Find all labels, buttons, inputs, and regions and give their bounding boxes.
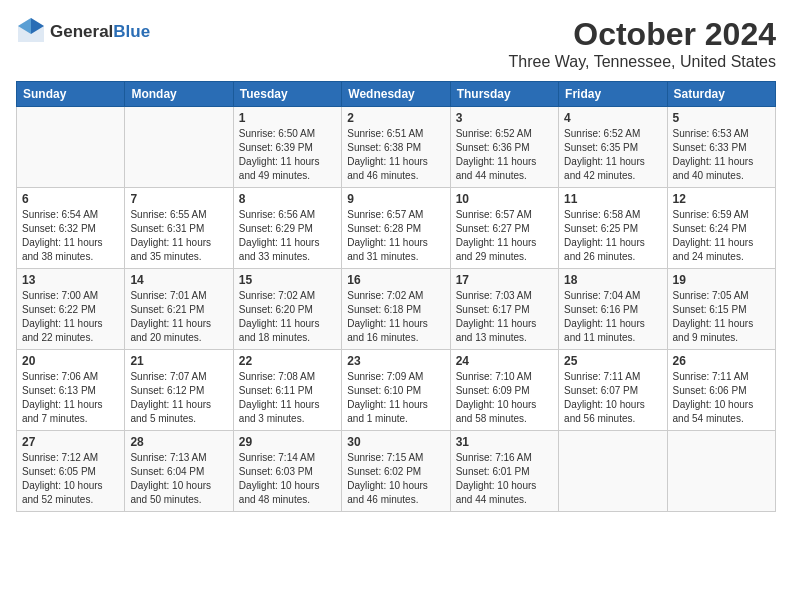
day-number: 11 <box>564 192 661 206</box>
calendar-cell <box>17 107 125 188</box>
calendar-table: SundayMondayTuesdayWednesdayThursdayFrid… <box>16 81 776 512</box>
calendar-cell: 26Sunrise: 7:11 AMSunset: 6:06 PMDayligh… <box>667 350 775 431</box>
calendar-week-row: 20Sunrise: 7:06 AMSunset: 6:13 PMDayligh… <box>17 350 776 431</box>
day-number: 9 <box>347 192 444 206</box>
day-info: Sunrise: 7:16 AMSunset: 6:01 PMDaylight:… <box>456 451 553 507</box>
calendar-cell: 20Sunrise: 7:06 AMSunset: 6:13 PMDayligh… <box>17 350 125 431</box>
day-number: 13 <box>22 273 119 287</box>
calendar-cell: 7Sunrise: 6:55 AMSunset: 6:31 PMDaylight… <box>125 188 233 269</box>
day-number: 22 <box>239 354 336 368</box>
day-info: Sunrise: 6:55 AMSunset: 6:31 PMDaylight:… <box>130 208 227 264</box>
calendar-cell: 17Sunrise: 7:03 AMSunset: 6:17 PMDayligh… <box>450 269 558 350</box>
calendar-cell: 3Sunrise: 6:52 AMSunset: 6:36 PMDaylight… <box>450 107 558 188</box>
day-info: Sunrise: 7:05 AMSunset: 6:15 PMDaylight:… <box>673 289 770 345</box>
day-info: Sunrise: 7:04 AMSunset: 6:16 PMDaylight:… <box>564 289 661 345</box>
day-info: Sunrise: 6:52 AMSunset: 6:36 PMDaylight:… <box>456 127 553 183</box>
day-number: 25 <box>564 354 661 368</box>
logo: GeneralBlue <box>16 16 150 48</box>
day-info: Sunrise: 7:07 AMSunset: 6:12 PMDaylight:… <box>130 370 227 426</box>
day-info: Sunrise: 6:53 AMSunset: 6:33 PMDaylight:… <box>673 127 770 183</box>
day-number: 28 <box>130 435 227 449</box>
calendar-cell: 21Sunrise: 7:07 AMSunset: 6:12 PMDayligh… <box>125 350 233 431</box>
calendar-cell <box>667 431 775 512</box>
day-number: 5 <box>673 111 770 125</box>
calendar-cell: 24Sunrise: 7:10 AMSunset: 6:09 PMDayligh… <box>450 350 558 431</box>
calendar-week-row: 6Sunrise: 6:54 AMSunset: 6:32 PMDaylight… <box>17 188 776 269</box>
day-info: Sunrise: 7:15 AMSunset: 6:02 PMDaylight:… <box>347 451 444 507</box>
day-info: Sunrise: 6:52 AMSunset: 6:35 PMDaylight:… <box>564 127 661 183</box>
calendar-cell: 30Sunrise: 7:15 AMSunset: 6:02 PMDayligh… <box>342 431 450 512</box>
day-number: 7 <box>130 192 227 206</box>
calendar-cell: 2Sunrise: 6:51 AMSunset: 6:38 PMDaylight… <box>342 107 450 188</box>
calendar-cell: 13Sunrise: 7:00 AMSunset: 6:22 PMDayligh… <box>17 269 125 350</box>
calendar-cell: 14Sunrise: 7:01 AMSunset: 6:21 PMDayligh… <box>125 269 233 350</box>
day-info: Sunrise: 7:02 AMSunset: 6:18 PMDaylight:… <box>347 289 444 345</box>
calendar-header-row: SundayMondayTuesdayWednesdayThursdayFrid… <box>17 82 776 107</box>
page-header: GeneralBlue October 2024 Three Way, Tenn… <box>16 16 776 71</box>
day-number: 18 <box>564 273 661 287</box>
calendar-cell: 19Sunrise: 7:05 AMSunset: 6:15 PMDayligh… <box>667 269 775 350</box>
day-info: Sunrise: 6:54 AMSunset: 6:32 PMDaylight:… <box>22 208 119 264</box>
day-info: Sunrise: 6:56 AMSunset: 6:29 PMDaylight:… <box>239 208 336 264</box>
column-header-saturday: Saturday <box>667 82 775 107</box>
day-number: 12 <box>673 192 770 206</box>
calendar-cell: 8Sunrise: 6:56 AMSunset: 6:29 PMDaylight… <box>233 188 341 269</box>
day-info: Sunrise: 7:14 AMSunset: 6:03 PMDaylight:… <box>239 451 336 507</box>
logo-general: General <box>50 22 113 41</box>
day-number: 21 <box>130 354 227 368</box>
day-info: Sunrise: 7:11 AMSunset: 6:06 PMDaylight:… <box>673 370 770 426</box>
day-info: Sunrise: 6:57 AMSunset: 6:27 PMDaylight:… <box>456 208 553 264</box>
day-number: 23 <box>347 354 444 368</box>
calendar-week-row: 27Sunrise: 7:12 AMSunset: 6:05 PMDayligh… <box>17 431 776 512</box>
calendar-cell: 5Sunrise: 6:53 AMSunset: 6:33 PMDaylight… <box>667 107 775 188</box>
day-number: 19 <box>673 273 770 287</box>
day-info: Sunrise: 6:58 AMSunset: 6:25 PMDaylight:… <box>564 208 661 264</box>
calendar-cell: 18Sunrise: 7:04 AMSunset: 6:16 PMDayligh… <box>559 269 667 350</box>
day-number: 27 <box>22 435 119 449</box>
calendar-cell: 11Sunrise: 6:58 AMSunset: 6:25 PMDayligh… <box>559 188 667 269</box>
calendar-cell: 27Sunrise: 7:12 AMSunset: 6:05 PMDayligh… <box>17 431 125 512</box>
day-info: Sunrise: 7:03 AMSunset: 6:17 PMDaylight:… <box>456 289 553 345</box>
day-number: 24 <box>456 354 553 368</box>
column-header-thursday: Thursday <box>450 82 558 107</box>
day-number: 8 <box>239 192 336 206</box>
day-number: 29 <box>239 435 336 449</box>
calendar-cell: 22Sunrise: 7:08 AMSunset: 6:11 PMDayligh… <box>233 350 341 431</box>
day-number: 3 <box>456 111 553 125</box>
calendar-cell: 29Sunrise: 7:14 AMSunset: 6:03 PMDayligh… <box>233 431 341 512</box>
calendar-cell: 6Sunrise: 6:54 AMSunset: 6:32 PMDaylight… <box>17 188 125 269</box>
calendar-cell: 4Sunrise: 6:52 AMSunset: 6:35 PMDaylight… <box>559 107 667 188</box>
day-number: 14 <box>130 273 227 287</box>
day-info: Sunrise: 7:01 AMSunset: 6:21 PMDaylight:… <box>130 289 227 345</box>
calendar-cell <box>559 431 667 512</box>
day-info: Sunrise: 7:12 AMSunset: 6:05 PMDaylight:… <box>22 451 119 507</box>
day-number: 15 <box>239 273 336 287</box>
calendar-cell: 23Sunrise: 7:09 AMSunset: 6:10 PMDayligh… <box>342 350 450 431</box>
month-title: October 2024 <box>509 16 776 53</box>
day-number: 30 <box>347 435 444 449</box>
day-info: Sunrise: 7:10 AMSunset: 6:09 PMDaylight:… <box>456 370 553 426</box>
calendar-cell <box>125 107 233 188</box>
day-info: Sunrise: 6:50 AMSunset: 6:39 PMDaylight:… <box>239 127 336 183</box>
day-info: Sunrise: 7:08 AMSunset: 6:11 PMDaylight:… <box>239 370 336 426</box>
column-header-sunday: Sunday <box>17 82 125 107</box>
day-number: 1 <box>239 111 336 125</box>
day-number: 17 <box>456 273 553 287</box>
day-info: Sunrise: 6:59 AMSunset: 6:24 PMDaylight:… <box>673 208 770 264</box>
day-info: Sunrise: 6:51 AMSunset: 6:38 PMDaylight:… <box>347 127 444 183</box>
location-title: Three Way, Tennessee, United States <box>509 53 776 71</box>
calendar-cell: 15Sunrise: 7:02 AMSunset: 6:20 PMDayligh… <box>233 269 341 350</box>
calendar-cell: 31Sunrise: 7:16 AMSunset: 6:01 PMDayligh… <box>450 431 558 512</box>
day-info: Sunrise: 7:02 AMSunset: 6:20 PMDaylight:… <box>239 289 336 345</box>
calendar-cell: 12Sunrise: 6:59 AMSunset: 6:24 PMDayligh… <box>667 188 775 269</box>
logo-icon <box>16 16 46 44</box>
title-block: October 2024 Three Way, Tennessee, Unite… <box>509 16 776 71</box>
calendar-cell: 9Sunrise: 6:57 AMSunset: 6:28 PMDaylight… <box>342 188 450 269</box>
day-info: Sunrise: 7:11 AMSunset: 6:07 PMDaylight:… <box>564 370 661 426</box>
day-number: 31 <box>456 435 553 449</box>
calendar-cell: 1Sunrise: 6:50 AMSunset: 6:39 PMDaylight… <box>233 107 341 188</box>
calendar-cell: 10Sunrise: 6:57 AMSunset: 6:27 PMDayligh… <box>450 188 558 269</box>
day-number: 4 <box>564 111 661 125</box>
day-info: Sunrise: 7:00 AMSunset: 6:22 PMDaylight:… <box>22 289 119 345</box>
day-number: 20 <box>22 354 119 368</box>
